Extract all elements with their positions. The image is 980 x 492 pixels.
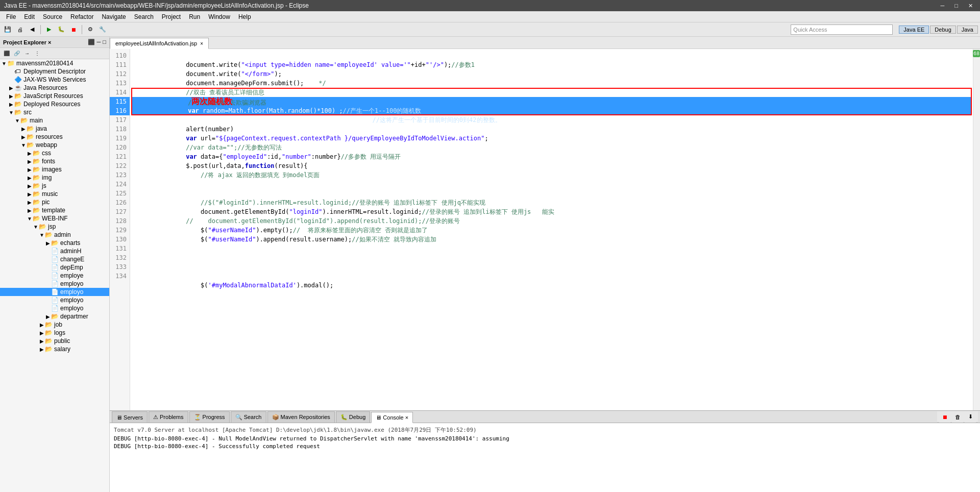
menu-source[interactable]: Source bbox=[39, 12, 66, 21]
maximize-sidebar-icon[interactable]: □ bbox=[103, 39, 106, 45]
minimize-button[interactable]: ─ bbox=[938, 3, 948, 9]
editor-scrollbar[interactable]: 68 bbox=[973, 49, 980, 410]
public-icon: 📂 bbox=[45, 337, 53, 345]
tree-item-public[interactable]: ▶ 📂 public bbox=[0, 337, 109, 345]
tree-item-resources[interactable]: ▶ 📂 resources bbox=[0, 133, 109, 141]
line-numbers: 110 111 112 113 114 115 116 117 118 119 … bbox=[110, 49, 130, 410]
code-area[interactable]: document.write("<input type=hidden name=… bbox=[130, 49, 973, 410]
maximize-button[interactable]: □ bbox=[951, 3, 961, 9]
toolbar-btn-3[interactable]: ◀ bbox=[27, 24, 38, 35]
tree-item-employe1[interactable]: 📄 employe bbox=[0, 272, 109, 280]
sidebar-btn-dots[interactable]: ⋮ bbox=[33, 49, 42, 58]
toolbar-btn-1[interactable]: 💾 bbox=[2, 24, 13, 35]
tree-item-admin[interactable]: ▼ 📂 admin bbox=[0, 231, 109, 239]
tree-item-departmer[interactable]: ▶ 📂 departmer bbox=[0, 312, 109, 321]
toolbar: 💾 🖨 ◀ ▶ 🐛 ⏹ ⚙ 🔧 Quick Access Java EE Deb… bbox=[0, 22, 980, 37]
tree-item-pic[interactable]: ▶ 📂 pic bbox=[0, 198, 109, 206]
menu-search[interactable]: Search bbox=[130, 12, 158, 21]
menu-file[interactable]: File bbox=[2, 12, 20, 21]
console-content: Tomcat v7.0 Server at localhost [Apache … bbox=[110, 423, 980, 492]
tree-item-webinf[interactable]: ▼ 📂 WEB-INF bbox=[0, 214, 109, 223]
sidebar-header: Project Explorer × ⬛ ─ □ bbox=[0, 37, 109, 48]
tree-item-css[interactable]: ▶ 📂 css bbox=[0, 149, 109, 157]
toolbar-stop[interactable]: ⏹ bbox=[68, 24, 79, 35]
tree-item-mavenssm[interactable]: ▼ 📁 mavenssm20180414 bbox=[0, 59, 109, 67]
tree-item-employe4[interactable]: 📄 employo bbox=[0, 296, 109, 304]
tree-item-deployed[interactable]: ▶ 📂 Deployed Resources bbox=[0, 100, 109, 108]
tab-console[interactable]: 🖥 Console × bbox=[371, 412, 413, 423]
console-clear-btn[interactable]: 🗑 bbox=[952, 411, 963, 423]
line-num-121: 121 bbox=[110, 152, 130, 161]
toolbar-btn-2[interactable]: 🖨 bbox=[14, 24, 26, 35]
tree-item-employe2[interactable]: 📄 employo bbox=[0, 280, 109, 288]
tree-item-logs[interactable]: ▶ 📂 logs bbox=[0, 329, 109, 337]
toolbar-btn-5[interactable]: 🔧 bbox=[97, 24, 108, 35]
sidebar-btn-collapse[interactable]: ⬛ bbox=[2, 49, 11, 58]
tab-progress[interactable]: ⏳ Progress bbox=[189, 411, 230, 423]
sidebar-title: Project Explorer × bbox=[3, 39, 51, 45]
quick-access-box[interactable]: Quick Access bbox=[791, 24, 893, 35]
tab-close-button[interactable]: × bbox=[200, 41, 203, 46]
tree-item-java-resources[interactable]: ▶ ☕ Java Resources bbox=[0, 84, 109, 92]
line-num-115: 115 bbox=[110, 97, 130, 106]
toolbar-debug[interactable]: 🐛 bbox=[56, 24, 67, 35]
editor-tab-active[interactable]: employeeListAllInfoActivation.jsp × bbox=[110, 38, 209, 49]
menu-project[interactable]: Project bbox=[158, 12, 185, 21]
tab-problems[interactable]: ⚠ Problems bbox=[149, 411, 188, 423]
minimize-icon[interactable]: ─ bbox=[97, 39, 101, 45]
tree-item-js-resources[interactable]: ▶ 📂 JavaScript Resources bbox=[0, 92, 109, 100]
webinf-icon: 📂 bbox=[33, 215, 41, 222]
tab-servers[interactable]: 🖥 Servers bbox=[112, 411, 148, 423]
tree-item-employe5[interactable]: 📄 employo bbox=[0, 304, 109, 312]
tree-item-depemp[interactable]: 📄 depEmp bbox=[0, 263, 109, 272]
tree-item-images[interactable]: ▶ 📂 images bbox=[0, 165, 109, 174]
tree-item-echarts[interactable]: ▶ 📂 echarts bbox=[0, 239, 109, 247]
error-badge: 68 bbox=[973, 50, 980, 57]
menu-refactor[interactable]: Refactor bbox=[66, 12, 97, 21]
tree-item-js[interactable]: ▶ 📂 js bbox=[0, 182, 109, 190]
console-stop-btn[interactable]: ⏹ bbox=[939, 411, 950, 423]
tree-item-music[interactable]: ▶ 📂 music bbox=[0, 190, 109, 198]
close-button[interactable]: ✕ bbox=[965, 3, 976, 9]
tree-item-jaxws[interactable]: 🔷 JAX-WS Web Services bbox=[0, 76, 109, 84]
line-num-113: 113 bbox=[110, 79, 130, 88]
tree-item-webapp[interactable]: ▼ 📂 webapp bbox=[0, 141, 109, 149]
sidebar-btn-link[interactable]: 🔗 bbox=[12, 49, 21, 58]
perspective-java[interactable]: Java bbox=[957, 26, 978, 34]
tree-item-salary[interactable]: ▶ 📂 salary bbox=[0, 345, 109, 353]
main-icon: 📂 bbox=[20, 117, 29, 124]
tree-item-jsp[interactable]: ▼ 📂 jsp bbox=[0, 223, 109, 231]
file-icon8: 📄 bbox=[51, 305, 59, 312]
tree-item-img[interactable]: ▶ 📂 img bbox=[0, 174, 109, 182]
tree-item-employe3[interactable]: 📄 employo bbox=[0, 288, 109, 296]
console-toolbar: ⏹ 🗑 ⬇ bbox=[937, 411, 978, 423]
title-text: Java EE - mavenssm20180414/src/main/weba… bbox=[4, 2, 309, 9]
perspective-javaee[interactable]: Java EE bbox=[899, 26, 929, 34]
toolbar-run[interactable]: ▶ bbox=[43, 24, 55, 35]
tree-item-deployment[interactable]: 🏷 Deployment Descriptor bbox=[0, 67, 109, 76]
toolbar-btn-4[interactable]: ⚙ bbox=[85, 24, 96, 35]
tree-item-java[interactable]: ▶ 📂 java bbox=[0, 125, 109, 133]
menu-edit[interactable]: Edit bbox=[20, 12, 39, 21]
sidebar-btn-arrow[interactable]: → bbox=[22, 49, 32, 58]
tree-item-changee[interactable]: 📄 changeE bbox=[0, 255, 109, 263]
tree-item-job[interactable]: ▶ 📂 job bbox=[0, 321, 109, 329]
tree-item-template[interactable]: ▶ 📂 template bbox=[0, 206, 109, 214]
menu-window[interactable]: Window bbox=[204, 12, 234, 21]
tree-item-main[interactable]: ▼ 📂 main bbox=[0, 116, 109, 125]
code-line-132 bbox=[130, 253, 973, 262]
perspective-debug[interactable]: Debug bbox=[930, 26, 955, 34]
menu-run[interactable]: Run bbox=[185, 12, 204, 21]
tab-debug[interactable]: 🐛 Debug bbox=[336, 411, 370, 423]
tree-item-src[interactable]: ▼ 📂 src bbox=[0, 108, 109, 116]
tab-search[interactable]: 🔍 Search bbox=[231, 411, 266, 423]
menu-navigate[interactable]: Navigate bbox=[97, 12, 130, 21]
collapse-icon[interactable]: ⬛ bbox=[88, 39, 95, 45]
console-scroll-btn[interactable]: ⬇ bbox=[965, 411, 976, 423]
tree-item-adminh[interactable]: 📄 adminH bbox=[0, 247, 109, 255]
logs-icon: 📂 bbox=[45, 329, 53, 336]
menu-help[interactable]: Help bbox=[234, 12, 255, 21]
tree-item-fonts[interactable]: ▶ 📂 fonts bbox=[0, 157, 109, 165]
line-num-126: 126 bbox=[110, 198, 130, 207]
tab-maven[interactable]: 📦 Maven Repositories bbox=[267, 411, 335, 423]
